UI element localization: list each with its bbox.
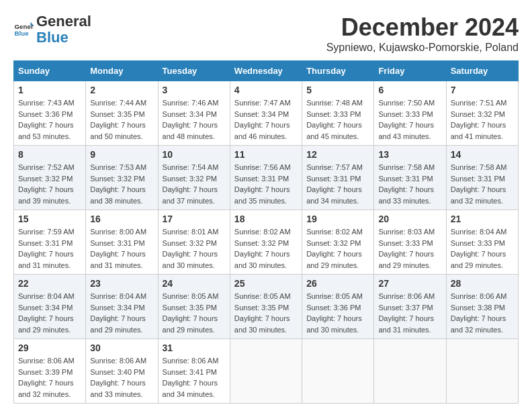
header-day-tuesday: Tuesday [158,61,230,81]
day-detail: Sunrise: 7:58 AMSunset: 3:31 PMDaylight:… [451,162,514,206]
week-row-5: 29Sunrise: 8:06 AMSunset: 3:39 PMDayligh… [14,339,519,404]
header-day-wednesday: Wednesday [230,61,302,81]
calendar-cell: 29Sunrise: 8:06 AMSunset: 3:39 PMDayligh… [14,339,86,404]
calendar-cell: 22Sunrise: 8:04 AMSunset: 3:34 PMDayligh… [14,275,86,339]
header-day-friday: Friday [374,61,446,81]
day-detail: Sunrise: 8:06 AMSunset: 3:37 PMDaylight:… [378,291,441,335]
calendar-cell: 15Sunrise: 7:59 AMSunset: 3:31 PMDayligh… [14,210,86,275]
calendar-table: SundayMondayTuesdayWednesdayThursdayFrid… [13,60,519,404]
header-day-monday: Monday [86,61,158,81]
day-number: 20 [378,214,441,224]
day-detail: Sunrise: 8:06 AMSunset: 3:39 PMDaylight:… [18,355,81,400]
day-number: 3 [163,85,226,95]
calendar-cell [374,339,446,404]
day-number: 9 [90,149,153,160]
day-number: 6 [378,85,441,95]
calendar-cell: 8Sunrise: 7:52 AMSunset: 3:32 PMDaylight… [14,146,86,210]
day-number: 25 [234,278,298,289]
day-number: 17 [163,214,226,224]
day-detail: Sunrise: 8:04 AMSunset: 3:34 PMDaylight:… [90,291,153,335]
day-detail: Sunrise: 8:00 AMSunset: 3:31 PMDaylight:… [90,226,153,271]
calendar-cell: 27Sunrise: 8:06 AMSunset: 3:37 PMDayligh… [374,275,446,339]
day-number: 31 [163,342,226,353]
day-detail: Sunrise: 7:50 AMSunset: 3:33 PMDaylight:… [378,97,441,142]
day-number: 8 [18,149,81,160]
day-number: 21 [451,214,514,224]
calendar-cell: 1Sunrise: 7:43 AMSunset: 3:36 PMDaylight… [14,81,86,146]
day-number: 4 [234,85,298,95]
day-number: 29 [18,342,81,353]
day-detail: Sunrise: 7:46 AMSunset: 3:34 PMDaylight:… [163,97,226,142]
week-row-2: 8Sunrise: 7:52 AMSunset: 3:32 PMDaylight… [14,146,519,210]
calendar-cell: 11Sunrise: 7:56 AMSunset: 3:31 PMDayligh… [230,146,302,210]
calendar-cell: 31Sunrise: 8:06 AMSunset: 3:41 PMDayligh… [158,339,230,404]
day-number: 14 [451,149,514,160]
day-detail: Sunrise: 7:47 AMSunset: 3:34 PMDaylight:… [234,97,298,142]
day-number: 15 [18,214,81,224]
day-number: 7 [451,85,514,95]
calendar-cell: 14Sunrise: 7:58 AMSunset: 3:31 PMDayligh… [446,146,518,210]
week-row-1: 1Sunrise: 7:43 AMSunset: 3:36 PMDaylight… [14,81,519,146]
week-row-4: 22Sunrise: 8:04 AMSunset: 3:34 PMDayligh… [14,275,519,339]
month-title: December 2024 [326,13,519,42]
calendar-cell: 24Sunrise: 8:05 AMSunset: 3:35 PMDayligh… [158,275,230,339]
day-number: 26 [306,278,369,289]
day-number: 19 [306,214,369,224]
day-number: 22 [18,278,81,289]
day-detail: Sunrise: 8:06 AMSunset: 3:41 PMDaylight:… [163,355,226,400]
calendar-cell: 10Sunrise: 7:54 AMSunset: 3:32 PMDayligh… [158,146,230,210]
day-detail: Sunrise: 7:43 AMSunset: 3:36 PMDaylight:… [18,97,81,142]
day-detail: Sunrise: 8:06 AMSunset: 3:38 PMDaylight:… [451,291,514,335]
day-number: 13 [378,149,441,160]
day-detail: Sunrise: 8:06 AMSunset: 3:40 PMDaylight:… [90,355,153,400]
day-detail: Sunrise: 8:05 AMSunset: 3:35 PMDaylight:… [234,291,298,335]
calendar-cell: 2Sunrise: 7:44 AMSunset: 3:35 PMDaylight… [86,81,158,146]
day-detail: Sunrise: 7:52 AMSunset: 3:32 PMDaylight:… [18,162,81,206]
day-detail: Sunrise: 7:57 AMSunset: 3:31 PMDaylight:… [306,162,369,206]
day-number: 23 [90,278,153,289]
day-number: 27 [378,278,441,289]
day-detail: Sunrise: 7:54 AMSunset: 3:32 PMDaylight:… [163,162,226,206]
week-row-3: 15Sunrise: 7:59 AMSunset: 3:31 PMDayligh… [14,210,519,275]
day-detail: Sunrise: 8:03 AMSunset: 3:33 PMDaylight:… [378,226,441,271]
calendar-cell: 30Sunrise: 8:06 AMSunset: 3:40 PMDayligh… [86,339,158,404]
calendar-cell [230,339,302,404]
calendar-cell: 4Sunrise: 7:47 AMSunset: 3:34 PMDaylight… [230,81,302,146]
calendar-cell: 7Sunrise: 7:51 AMSunset: 3:32 PMDaylight… [446,81,518,146]
day-detail: Sunrise: 8:04 AMSunset: 3:34 PMDaylight:… [18,291,81,335]
day-number: 24 [163,278,226,289]
day-number: 12 [306,149,369,160]
calendar-cell [302,339,374,404]
calendar-cell: 26Sunrise: 8:05 AMSunset: 3:36 PMDayligh… [302,275,374,339]
calendar-cell: 12Sunrise: 7:57 AMSunset: 3:31 PMDayligh… [302,146,374,210]
calendar-cell: 16Sunrise: 8:00 AMSunset: 3:31 PMDayligh… [86,210,158,275]
day-detail: Sunrise: 7:51 AMSunset: 3:32 PMDaylight:… [451,97,514,142]
title-block: December 2024 Sypniewo, Kujawsko-Pomorsk… [326,13,519,54]
calendar-header-row: SundayMondayTuesdayWednesdayThursdayFrid… [14,61,519,81]
calendar-cell [446,339,518,404]
calendar-cell: 17Sunrise: 8:01 AMSunset: 3:32 PMDayligh… [158,210,230,275]
subtitle: Sypniewo, Kujawsko-Pomorskie, Poland [326,42,519,54]
logo-icon: General Blue [13,19,34,40]
calendar-cell: 19Sunrise: 8:02 AMSunset: 3:32 PMDayligh… [302,210,374,275]
day-detail: Sunrise: 8:01 AMSunset: 3:32 PMDaylight:… [163,226,226,271]
day-detail: Sunrise: 8:02 AMSunset: 3:32 PMDaylight:… [234,226,298,271]
day-detail: Sunrise: 7:56 AMSunset: 3:31 PMDaylight:… [234,162,298,206]
header-day-saturday: Saturday [446,61,518,81]
calendar-cell: 18Sunrise: 8:02 AMSunset: 3:32 PMDayligh… [230,210,302,275]
day-number: 1 [18,85,81,95]
day-detail: Sunrise: 7:59 AMSunset: 3:31 PMDaylight:… [18,226,81,271]
day-detail: Sunrise: 7:58 AMSunset: 3:31 PMDaylight:… [378,162,441,206]
day-number: 2 [90,85,153,95]
day-detail: Sunrise: 8:05 AMSunset: 3:36 PMDaylight:… [306,291,369,335]
day-detail: Sunrise: 7:44 AMSunset: 3:35 PMDaylight:… [90,97,153,142]
header-day-thursday: Thursday [302,61,374,81]
day-number: 11 [234,149,298,160]
calendar-cell: 28Sunrise: 8:06 AMSunset: 3:38 PMDayligh… [446,275,518,339]
day-number: 10 [163,149,226,160]
calendar-cell: 5Sunrise: 7:48 AMSunset: 3:33 PMDaylight… [302,81,374,146]
calendar-cell: 21Sunrise: 8:04 AMSunset: 3:33 PMDayligh… [446,210,518,275]
calendar-cell: 23Sunrise: 8:04 AMSunset: 3:34 PMDayligh… [86,275,158,339]
day-detail: Sunrise: 7:48 AMSunset: 3:33 PMDaylight:… [306,97,369,142]
day-number: 16 [90,214,153,224]
